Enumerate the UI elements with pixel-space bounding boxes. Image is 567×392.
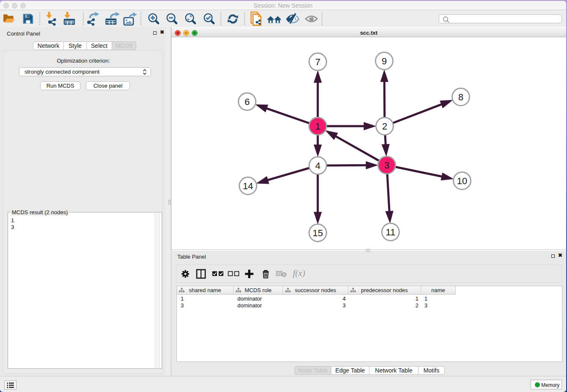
svg-text:1: 1	[315, 121, 320, 132]
svg-text:6: 6	[245, 97, 250, 107]
svg-text:9: 9	[382, 56, 387, 66]
svg-text:8: 8	[458, 92, 463, 102]
svg-text:4: 4	[315, 160, 320, 171]
svg-text:7: 7	[315, 57, 320, 67]
svg-text:11: 11	[386, 227, 396, 237]
svg-text:15: 15	[313, 228, 323, 238]
svg-text:2: 2	[382, 121, 387, 132]
svg-text:3: 3	[384, 160, 389, 171]
svg-text:10: 10	[457, 176, 467, 186]
svg-text:14: 14	[243, 181, 253, 191]
